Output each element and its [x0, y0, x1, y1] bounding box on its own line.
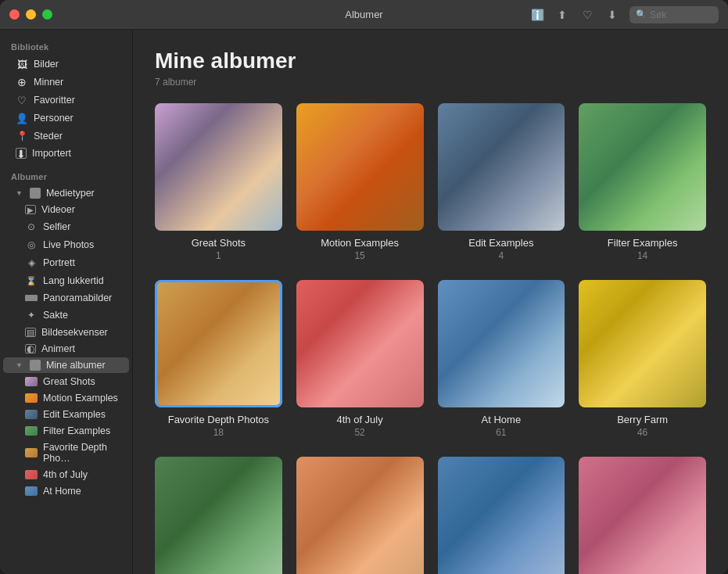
sidebar-item-label: Bilder [34, 59, 59, 70]
album-item-edit-examples[interactable]: Edit Examples4 [438, 103, 565, 261]
album-item-great-shots[interactable]: Great Shots1 [155, 103, 282, 261]
window-title: Albumer [345, 9, 382, 20]
chevron-down-icon: ▼ [16, 361, 23, 369]
album-name-motion-examples: Motion Examples [296, 237, 424, 249]
album-thumb-row3-4 [579, 457, 706, 575]
favorite-depth-thumb [25, 448, 38, 457]
album-item-4th-of-july[interactable]: 4th of July52 [296, 280, 424, 438]
sidebar-item-label: Videoer [41, 204, 75, 215]
album-photo-edit-examples [438, 103, 565, 231]
sidebar-item-favoritter[interactable]: ♡ Favoritter [3, 91, 129, 109]
sidebar-item-label: Edit Examples [43, 409, 106, 420]
sidebar-item-selfier[interactable]: ⊙ Selfier [3, 218, 129, 235]
sidebar-item-label: Favorite Depth Pho… [43, 442, 118, 464]
album-name-edit-examples: Edit Examples [438, 237, 565, 249]
album-photo-favorite-depth [155, 280, 282, 407]
sidebar-item-lang-lukkertid[interactable]: ⌛ Lang lukkertid [3, 272, 129, 289]
album-thumb-motion-examples [296, 103, 424, 231]
album-item-at-home[interactable]: At Home61 [438, 280, 565, 438]
sidebar-item-edit-examples[interactable]: Edit Examples [3, 407, 129, 422]
maximize-button[interactable] [42, 9, 52, 20]
album-item-filter-examples[interactable]: Filter Examples14 [579, 103, 706, 261]
slo-mo-icon: ✦ [25, 309, 38, 321]
info-button[interactable]: ℹ️ [529, 7, 545, 23]
sidebar-item-label: Importert [32, 148, 71, 159]
albums-grid: Great Shots1Motion Examples15Edit Exampl… [155, 103, 706, 574]
album-photo-motion-examples [296, 103, 424, 231]
sidebar-item-medietyper[interactable]: ▼ Medietyper [3, 185, 129, 201]
sidebar-item-motion-examples[interactable]: Motion Examples [3, 390, 129, 406]
sidebar-item-steder[interactable]: 📍 Steder [3, 127, 129, 145]
album-thumb-row3-1 [155, 457, 282, 575]
album-item-row3-1[interactable] [155, 457, 282, 575]
album-thumb-4th-of-july [296, 280, 424, 407]
sidebar-item-4th-july[interactable]: 4th of July [3, 467, 129, 483]
sidebar-item-label: Personer [34, 113, 74, 124]
sidebar-item-minner[interactable]: ⊕ Minner [3, 74, 129, 91]
sidebar-item-favorite-depth[interactable]: Favorite Depth Pho… [3, 439, 129, 466]
favorites-icon: ♡ [16, 94, 28, 106]
minimize-button[interactable] [26, 9, 36, 20]
4th-july-thumb [25, 470, 38, 479]
titlebar-controls: ℹ️ ⬆ ♡ ⬇ 🔍 [529, 6, 719, 23]
people-icon: 👤 [16, 112, 28, 124]
album-count-at-home: 61 [438, 427, 565, 438]
sidebar-item-label: 4th of July [43, 469, 88, 480]
close-button[interactable] [9, 9, 20, 20]
sidebar-item-label: Sakte [43, 310, 68, 321]
library-section-title: Bibliotek [0, 36, 132, 55]
portrait-icon: ◈ [25, 257, 38, 269]
sidebar-item-at-home[interactable]: At Home [3, 483, 129, 499]
sidebar-item-great-shots[interactable]: Great Shots [3, 374, 129, 389]
sidebar-item-label: Live Photos [43, 239, 94, 250]
album-name-4th-of-july: 4th of July [296, 414, 424, 425]
sidebar-item-portrett[interactable]: ◈ Portrett [3, 254, 129, 271]
album-photo-filter-examples [579, 103, 706, 231]
sidebar-item-label: Animert [41, 343, 75, 354]
album-thumb-filter-examples [579, 103, 706, 231]
album-photo-row3-2 [296, 457, 424, 575]
album-thumb-at-home [438, 280, 565, 407]
sidebar-item-label: Portrett [43, 257, 75, 268]
sidebar-item-filter-examples[interactable]: Filter Examples [3, 423, 129, 439]
sidebar-item-live-photos[interactable]: ◎ Live Photos [3, 236, 129, 253]
sidebar-item-sakte[interactable]: ✦ Sakte [3, 307, 129, 324]
sidebar-item-label: Lang lukkertid [43, 275, 104, 286]
filter-examples-thumb [25, 426, 38, 436]
video-icon: ▶ [25, 205, 36, 214]
album-item-favorite-depth[interactable]: Favorite Depth Photos18 [155, 280, 282, 438]
album-item-row3-2[interactable] [296, 457, 424, 575]
chevron-down-icon: ▼ [16, 189, 23, 197]
great-shots-thumb [25, 377, 38, 386]
panorama-icon [25, 295, 38, 301]
album-thumb-berry-farm [579, 280, 706, 407]
album-item-motion-examples[interactable]: Motion Examples15 [296, 103, 424, 261]
sidebar-item-bilder[interactable]: 🖼 Bilder [3, 56, 129, 73]
animated-icon: ◐ [25, 344, 36, 353]
titlebar: Albumer ℹ️ ⬆ ♡ ⬇ 🔍 [0, 0, 728, 30]
album-name-filter-examples: Filter Examples [579, 237, 706, 249]
search-box[interactable]: 🔍 [629, 6, 719, 23]
album-item-row3-3[interactable] [438, 457, 565, 575]
search-input[interactable] [650, 9, 712, 20]
sidebar-item-label: Selfier [43, 221, 70, 232]
sidebar-item-label: Bildesekvenser [41, 327, 108, 338]
sidebar-item-importert[interactable]: ⬇ Importert [3, 145, 129, 161]
sidebar-item-mine-albumer[interactable]: ▼ Mine albumer [3, 357, 129, 373]
album-count-great-shots: 1 [155, 250, 282, 261]
album-item-berry-farm[interactable]: Berry Farm46 [579, 280, 706, 438]
sidebar-item-personer[interactable]: 👤 Personer [3, 109, 129, 127]
album-thumb-great-shots [155, 103, 282, 231]
sidebar-item-animert[interactable]: ◐ Animert [3, 341, 129, 357]
sidebar-item-bildesekvenser[interactable]: ▤ Bildesekvenser [3, 325, 129, 340]
album-count-4th-of-july: 52 [296, 427, 424, 438]
sidebar-item-panoramabilder[interactable]: Panoramabilder [3, 290, 129, 306]
album-item-row3-4[interactable] [579, 457, 706, 575]
edit-examples-thumb [25, 410, 38, 419]
sidebar-item-label: Panoramabilder [43, 292, 112, 303]
cloud-button[interactable]: ⬇ [604, 7, 620, 23]
share-button[interactable]: ⬆ [554, 7, 570, 23]
heart-button[interactable]: ♡ [579, 7, 595, 23]
album-photo-row3-4 [579, 457, 706, 575]
sidebar-item-videoer[interactable]: ▶ Videoer [3, 202, 129, 217]
